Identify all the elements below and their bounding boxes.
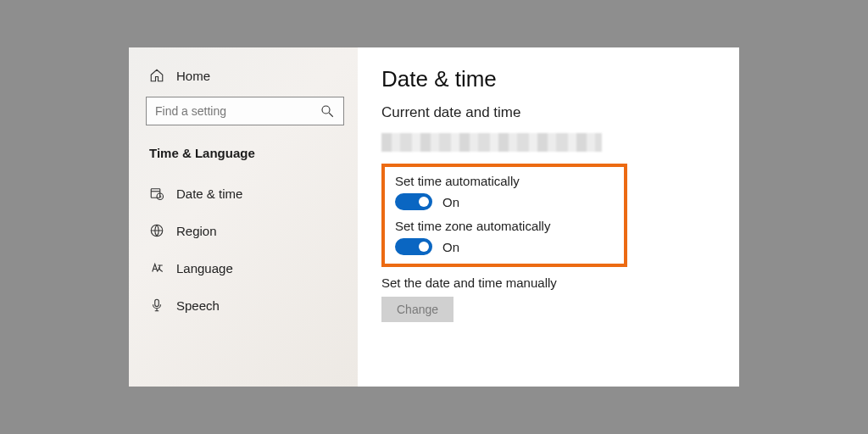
sidebar: Home Time & Language Date & time Region: [129, 47, 358, 387]
microphone-icon: [149, 298, 164, 313]
svg-rect-6: [155, 299, 159, 306]
language-icon: [149, 260, 164, 275]
sidebar-item-label: Region: [176, 224, 217, 238]
set-time-auto-label: Set time automatically: [395, 174, 614, 188]
set-zone-auto-row: On: [395, 238, 614, 255]
svg-line-1: [329, 113, 333, 117]
sidebar-item-label: Speech: [176, 298, 220, 313]
set-zone-auto-state: On: [442, 240, 459, 254]
search-input[interactable]: [155, 104, 320, 118]
sidebar-item-label: Language: [176, 261, 233, 275]
sidebar-item-date-time[interactable]: Date & time: [146, 177, 344, 209]
set-manual-label: Set the date and time manually: [381, 275, 715, 290]
set-zone-auto-toggle[interactable]: [395, 238, 432, 255]
globe-icon: [149, 223, 164, 238]
set-time-auto-toggle[interactable]: [395, 193, 432, 210]
sidebar-item-region[interactable]: Region: [146, 214, 344, 247]
settings-window: Home Time & Language Date & time Region: [129, 47, 739, 387]
calendar-clock-icon: [149, 186, 164, 201]
search-box[interactable]: [146, 97, 344, 125]
category-header: Time & Language: [146, 141, 344, 172]
change-button[interactable]: Change: [381, 297, 453, 322]
page-title: Date & time: [381, 66, 715, 92]
sidebar-item-label: Date & time: [176, 186, 242, 201]
highlight-annotation: Set time automatically On Set time zone …: [381, 164, 627, 267]
home-label: Home: [176, 69, 210, 83]
search-icon: [320, 103, 335, 119]
current-datetime-value: [381, 133, 602, 152]
svg-point-0: [322, 106, 330, 114]
set-time-auto-state: On: [442, 195, 459, 209]
sidebar-item-language[interactable]: Language: [146, 252, 344, 284]
sidebar-item-speech[interactable]: Speech: [146, 289, 344, 321]
section-current-datetime: Current date and time: [381, 104, 715, 121]
set-zone-auto-label: Set time zone automatically: [395, 219, 614, 233]
home-nav[interactable]: Home: [146, 63, 344, 92]
set-time-auto-row: On: [395, 193, 614, 210]
home-icon: [149, 68, 164, 83]
content-pane: Date & time Current date and time Set ti…: [358, 47, 739, 387]
